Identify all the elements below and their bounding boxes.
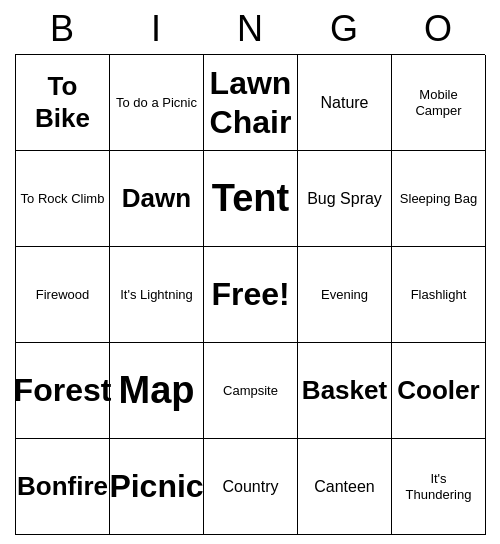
cell-text: Bonfire xyxy=(17,471,108,502)
bingo-cell: Forest xyxy=(16,343,110,439)
cell-text: Country xyxy=(222,477,278,496)
cell-text: It's Lightning xyxy=(120,287,193,303)
bingo-cell: Canteen xyxy=(298,439,392,535)
bingo-cell: Nature xyxy=(298,55,392,151)
cell-text: Basket xyxy=(302,375,387,406)
cell-text: Sleeping Bag xyxy=(400,191,477,207)
bingo-cell: Cooler xyxy=(392,343,486,439)
cell-text: Nature xyxy=(320,93,368,112)
bingo-cell: Campsite xyxy=(204,343,298,439)
cell-text: Cooler xyxy=(397,375,479,406)
bingo-header: BINGO xyxy=(15,0,485,54)
bingo-cell: Country xyxy=(204,439,298,535)
bingo-cell: Dawn xyxy=(110,151,204,247)
bingo-cell: Basket xyxy=(298,343,392,439)
bingo-cell: Mobile Camper xyxy=(392,55,486,151)
cell-text: Bug Spray xyxy=(307,189,382,208)
cell-text: Mobile Camper xyxy=(396,87,481,118)
cell-text: Firewood xyxy=(36,287,89,303)
cell-text: Map xyxy=(119,368,195,414)
bingo-cell: Evening xyxy=(298,247,392,343)
bingo-cell: Bug Spray xyxy=(298,151,392,247)
bingo-cell: Sleeping Bag xyxy=(392,151,486,247)
cell-text: Forest xyxy=(14,371,112,409)
cell-text: Flashlight xyxy=(411,287,467,303)
bingo-letter: B xyxy=(18,8,106,50)
bingo-cell: Picnic xyxy=(110,439,204,535)
cell-text: Picnic xyxy=(109,467,203,505)
cell-text: Campsite xyxy=(223,383,278,399)
cell-text: Tent xyxy=(212,176,289,222)
cell-text: Dawn xyxy=(122,183,191,214)
cell-text: To Bike xyxy=(20,71,105,133)
bingo-cell: Bonfire xyxy=(16,439,110,535)
cell-text: Free! xyxy=(211,275,289,313)
cell-text: It's Thundering xyxy=(396,471,481,502)
bingo-letter: N xyxy=(206,8,294,50)
bingo-cell: Tent xyxy=(204,151,298,247)
bingo-cell: Flashlight xyxy=(392,247,486,343)
cell-text: Lawn Chair xyxy=(208,64,293,141)
bingo-cell: To Bike xyxy=(16,55,110,151)
cell-text: Evening xyxy=(321,287,368,303)
cell-text: To Rock Climb xyxy=(21,191,105,207)
cell-text: Canteen xyxy=(314,477,375,496)
bingo-cell: To do a Picnic xyxy=(110,55,204,151)
bingo-cell: It's Thundering xyxy=(392,439,486,535)
bingo-cell: To Rock Climb xyxy=(16,151,110,247)
bingo-cell: Map xyxy=(110,343,204,439)
bingo-letter: G xyxy=(300,8,388,50)
bingo-letter: I xyxy=(112,8,200,50)
bingo-cell: Free! xyxy=(204,247,298,343)
bingo-cell: Firewood xyxy=(16,247,110,343)
bingo-grid: To BikeTo do a PicnicLawn ChairNatureMob… xyxy=(15,54,485,535)
bingo-cell: It's Lightning xyxy=(110,247,204,343)
bingo-letter: O xyxy=(394,8,482,50)
cell-text: To do a Picnic xyxy=(116,95,197,111)
bingo-cell: Lawn Chair xyxy=(204,55,298,151)
